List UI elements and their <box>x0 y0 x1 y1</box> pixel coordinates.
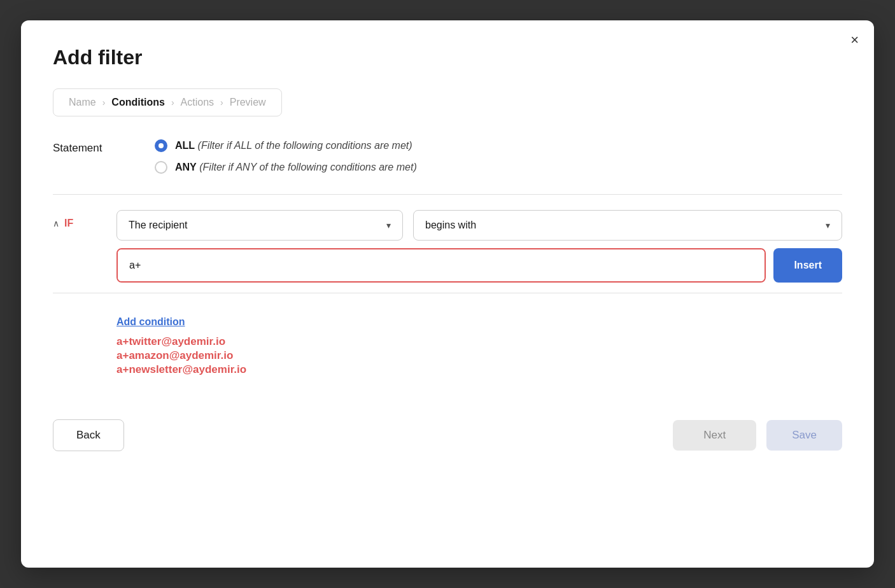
breadcrumb-preview[interactable]: Preview <box>230 97 266 108</box>
modal-overlay: × Add filter Name › Conditions › Actions… <box>0 0 895 588</box>
condition-value-input[interactable] <box>118 249 765 281</box>
text-input-wrapper <box>116 248 766 283</box>
breadcrumb-sep-3: › <box>220 97 223 108</box>
suggestion-3: a+newsletter@aydemir.io <box>116 363 842 376</box>
back-button[interactable]: Back <box>53 419 124 451</box>
modal-dialog: × Add filter Name › Conditions › Actions… <box>21 20 874 568</box>
if-label-col: ∧ IF <box>53 210 104 229</box>
collapse-icon[interactable]: ∧ <box>53 218 59 228</box>
condition-dropdown[interactable]: begins with ▾ <box>413 210 842 241</box>
suggestion-1: a+twitter@aydemir.io <box>116 335 842 348</box>
breadcrumb-actions[interactable]: Actions <box>181 97 214 108</box>
radio-circle-all <box>155 139 167 152</box>
close-button[interactable]: × <box>850 33 859 47</box>
add-condition-row: Add condition a+twitter@aydemir.io a+ama… <box>53 309 842 376</box>
radio-any-text: ANY (Filter if ANY of the following cond… <box>175 162 417 173</box>
condition-dropdown-label: begins with <box>425 220 476 231</box>
statement-row: Statement ALL (Filter if ALL of the foll… <box>53 139 842 174</box>
statement-options: ALL (Filter if ALL of the following cond… <box>155 139 417 174</box>
modal-footer: Back Next Save <box>53 407 842 451</box>
if-label: IF <box>64 218 73 229</box>
radio-all-text: ALL (Filter if ALL of the following cond… <box>175 140 412 151</box>
input-row: Insert <box>116 248 842 283</box>
next-button[interactable]: Next <box>673 420 756 451</box>
suggestion-list: a+twitter@aydemir.io a+amazon@aydemir.io… <box>116 335 842 376</box>
recipient-dropdown-arrow: ▾ <box>386 220 391 230</box>
recipient-dropdown[interactable]: The recipient ▾ <box>116 210 403 241</box>
radio-all[interactable]: ALL (Filter if ALL of the following cond… <box>155 139 417 152</box>
recipient-dropdown-label: The recipient <box>129 220 188 231</box>
add-condition-content: Add condition a+twitter@aydemir.io a+ama… <box>116 314 842 376</box>
modal-title: Add filter <box>53 46 842 69</box>
footer-right: Next Save <box>673 420 842 451</box>
breadcrumb-name[interactable]: Name <box>69 97 96 108</box>
suggestion-2: a+amazon@aydemir.io <box>116 349 842 362</box>
save-button[interactable]: Save <box>766 420 842 451</box>
radio-any[interactable]: ANY (Filter if ANY of the following cond… <box>155 161 417 174</box>
breadcrumb-conditions[interactable]: Conditions <box>111 97 165 108</box>
add-condition-link[interactable]: Add condition <box>116 316 842 328</box>
breadcrumb: Name › Conditions › Actions › Preview <box>53 88 282 116</box>
insert-button[interactable]: Insert <box>773 248 842 283</box>
breadcrumb-sep-2: › <box>171 97 174 108</box>
breadcrumb-sep-1: › <box>102 97 106 108</box>
divider-2 <box>53 293 842 293</box>
if-controls: The recipient ▾ begins with ▾ Insert <box>116 210 842 283</box>
if-section: ∧ IF The recipient ▾ begins with ▾ <box>53 210 842 283</box>
if-dropdowns: The recipient ▾ begins with ▾ <box>116 210 842 241</box>
radio-circle-any <box>155 161 167 174</box>
statement-label: Statement <box>53 139 129 155</box>
divider-1 <box>53 194 842 195</box>
condition-dropdown-arrow: ▾ <box>826 220 830 230</box>
